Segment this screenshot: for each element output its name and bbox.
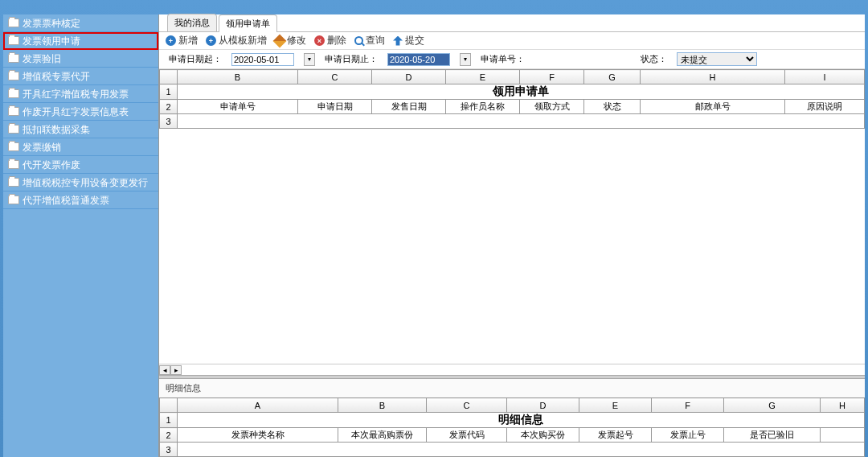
folder-icon xyxy=(8,125,19,134)
header-cell xyxy=(821,428,865,443)
col-header[interactable]: A xyxy=(178,398,338,413)
header-cell: 操作员名称 xyxy=(446,100,520,114)
folder-icon xyxy=(8,19,19,27)
edit-button[interactable]: 修改 xyxy=(275,34,306,47)
col-header[interactable]: H xyxy=(821,398,865,413)
sidebar: 发票票种核定 发票领用申请 发票验旧 增值税专票代开 开具红字增值税专用发票 作… xyxy=(3,14,159,457)
header-cell: 发票止号 xyxy=(652,428,724,443)
sidebar-item-label: 开具红字增值税专用发票 xyxy=(23,85,129,103)
grid-title: 领用申请单 xyxy=(178,84,865,100)
col-header[interactable]: F xyxy=(520,70,584,84)
sidebar-item-label: 发票验旧 xyxy=(23,50,61,68)
tab-my-messages[interactable]: 我的消息 xyxy=(167,14,217,31)
tabs: 我的消息 领用申请单 xyxy=(159,14,865,32)
col-header[interactable]: H xyxy=(641,70,785,84)
header-cell: 发售日期 xyxy=(372,100,446,114)
sidebar-item-kjhzzyfp[interactable]: 开具红字增值税专用发票 xyxy=(3,85,158,103)
date-to-input[interactable] xyxy=(387,53,450,66)
row-number[interactable]: 2 xyxy=(160,100,178,114)
empty-row[interactable] xyxy=(178,114,865,129)
sidebar-item-fpyj[interactable]: 发票验旧 xyxy=(3,50,158,68)
header-cell: 发票起号 xyxy=(579,428,652,443)
col-header[interactable]: E xyxy=(579,398,652,413)
date-from-label: 申请日期起： xyxy=(169,53,222,65)
header-cell: 原因说明 xyxy=(785,100,865,114)
button-label: 查询 xyxy=(366,34,385,47)
col-header[interactable]: G xyxy=(724,398,821,413)
button-label: 提交 xyxy=(405,34,424,47)
status-select[interactable]: 未提交 xyxy=(677,52,757,66)
header-cell: 领取方式 xyxy=(520,100,584,114)
sidebar-item-fpjx[interactable]: 发票缴销 xyxy=(3,138,158,156)
col-header[interactable]: C xyxy=(298,70,372,84)
header-cell: 本次购买份 xyxy=(507,428,579,443)
col-header[interactable]: E xyxy=(446,70,520,84)
sidebar-item-label: 作废开具红字发票信息表 xyxy=(23,103,129,121)
scroll-right-icon[interactable]: ▸ xyxy=(170,365,182,375)
date-from-picker[interactable]: ▾ xyxy=(304,53,315,66)
header-cell: 申请单号 xyxy=(178,100,298,114)
folder-icon xyxy=(8,54,19,63)
query-button[interactable]: 查询 xyxy=(354,34,385,47)
empty-row[interactable] xyxy=(178,443,865,457)
sidebar-item-skzsbgfx[interactable]: 增值税税控专用设备变更发行 xyxy=(3,174,158,191)
sidebar-item-label: 发票缴销 xyxy=(23,138,61,156)
date-from-input[interactable] xyxy=(231,53,294,66)
folder-icon xyxy=(8,36,19,45)
new-button[interactable]: +新增 xyxy=(166,34,198,47)
row-number[interactable]: 1 xyxy=(160,413,178,428)
folder-icon xyxy=(8,196,19,204)
sidebar-item-label: 发票票种核定 xyxy=(23,14,80,32)
detail-grid-title: 明细信息 xyxy=(178,413,865,428)
sidebar-item-label: 抵扣联数据采集 xyxy=(23,121,90,138)
col-header[interactable]: B xyxy=(178,70,298,84)
upload-icon xyxy=(393,36,403,46)
col-header[interactable]: D xyxy=(507,398,579,413)
header-cell: 是否已验旧 xyxy=(724,428,821,443)
header-cell: 状态 xyxy=(584,100,641,114)
col-header[interactable]: F xyxy=(652,398,724,413)
button-label: 删除 xyxy=(327,34,346,47)
grid-corner[interactable] xyxy=(160,398,178,413)
row-number[interactable]: 3 xyxy=(160,443,178,457)
date-to-label: 申请日期止： xyxy=(325,53,378,65)
detail-section: 明细信息 A B C D E F xyxy=(159,379,865,457)
row-number[interactable]: 1 xyxy=(160,84,178,100)
pencil-icon xyxy=(273,34,287,47)
sidebar-item-fplysq[interactable]: 发票领用申请 xyxy=(3,32,158,50)
header-cell: 发票代码 xyxy=(427,428,507,443)
plus-icon: + xyxy=(166,35,176,46)
header-cell: 申请日期 xyxy=(298,100,372,114)
sidebar-item-zzszpdk[interactable]: 增值税专票代开 xyxy=(3,68,158,85)
detail-section-label: 明细信息 xyxy=(159,379,865,397)
h-scrollbar[interactable]: ◂ ▸ xyxy=(159,364,865,375)
scroll-left-icon[interactable]: ◂ xyxy=(159,365,170,375)
new-from-template-button[interactable]: +从模板新增 xyxy=(206,34,267,47)
folder-icon xyxy=(8,89,19,98)
grid-corner[interactable] xyxy=(160,70,178,84)
folder-icon xyxy=(8,160,19,169)
button-label: 新增 xyxy=(178,34,198,47)
col-header[interactable]: C xyxy=(427,398,507,413)
delete-button[interactable]: ×删除 xyxy=(314,34,346,47)
folder-icon xyxy=(8,178,19,187)
sidebar-item-fpphd[interactable]: 发票票种核定 xyxy=(3,14,158,32)
row-number[interactable]: 2 xyxy=(160,428,178,443)
plus-icon: + xyxy=(206,35,216,46)
toolbar: +新增 +从模板新增 修改 ×删除 查询 提交 xyxy=(159,32,865,50)
header-cell: 本次最高购票份 xyxy=(338,428,427,443)
col-header[interactable]: I xyxy=(785,70,865,84)
tab-apply-form[interactable]: 领用申请单 xyxy=(219,14,277,32)
submit-button[interactable]: 提交 xyxy=(393,34,424,47)
col-header[interactable]: D xyxy=(372,70,446,84)
date-to-picker[interactable]: ▾ xyxy=(460,53,471,66)
sidebar-item-dkfpzf[interactable]: 代开发票作废 xyxy=(3,156,158,174)
col-header[interactable]: B xyxy=(338,398,427,413)
filter-bar: 申请日期起： ▾ 申请日期止： ▾ 申请单号： 状态： 未提交 xyxy=(159,50,865,69)
sidebar-item-zfhzxxb[interactable]: 作废开具红字发票信息表 xyxy=(3,103,158,121)
sidebar-item-dklsjcj[interactable]: 抵扣联数据采集 xyxy=(3,121,158,138)
row-number[interactable]: 3 xyxy=(160,114,178,129)
sidebar-item-dkzzsptfp[interactable]: 代开增值税普通发票 xyxy=(3,191,158,209)
button-label: 从模板新增 xyxy=(219,34,267,47)
col-header[interactable]: G xyxy=(584,70,641,84)
